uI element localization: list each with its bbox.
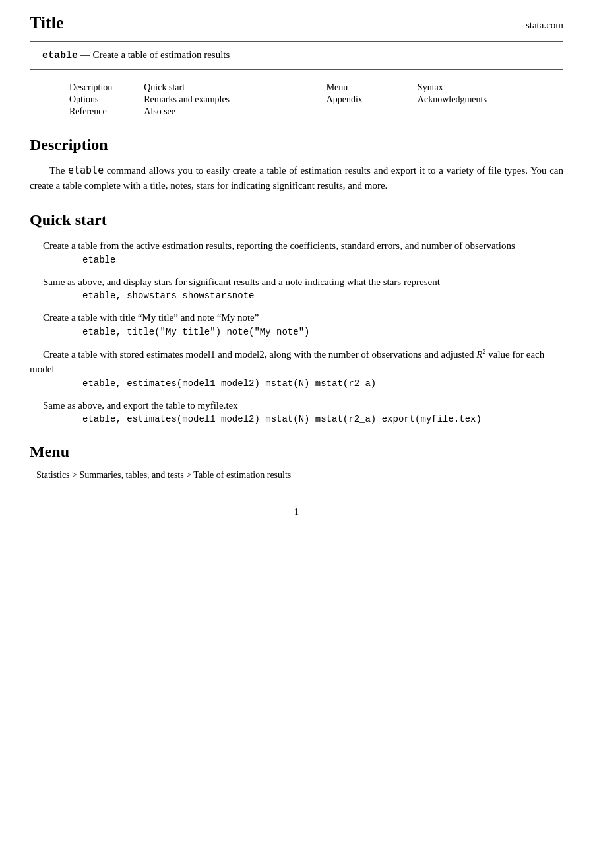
quickstart-section: Quick start Create a table from the acti… (30, 211, 563, 424)
nav-table: Description Quick start Menu Syntax Opti… (30, 82, 563, 117)
title-description: Create a table of estimation results (93, 50, 230, 60)
nav-remarks[interactable]: Remarks and examples (144, 94, 230, 104)
menu-heading: Menu (30, 443, 563, 461)
description-body: The etable command allows you to easily … (30, 163, 563, 193)
quickstart-item-4-code: etable, estimates(model1 model2) mstat(N… (30, 378, 563, 389)
quickstart-item-3-text: Create a table with title “My title” and… (30, 312, 259, 323)
nav-alsosee[interactable]: Also see (144, 106, 175, 116)
nav-menu[interactable]: Menu (327, 83, 348, 92)
quickstart-item-4: Create a table with stored estimates mod… (30, 347, 563, 389)
nav-quickstart[interactable]: Quick start (144, 83, 185, 92)
stata-logo: stata.com (526, 20, 563, 31)
nav-reference[interactable]: Reference (69, 106, 107, 116)
nav-appendix[interactable]: Appendix (327, 94, 363, 104)
quickstart-item-2-text: Same as above, and display stars for sig… (30, 277, 440, 287)
menu-section: Menu Statistics > Summaries, tables, and… (30, 443, 563, 481)
quickstart-item-3: Create a table with title “My title” and… (30, 310, 563, 337)
quickstart-item-2: Same as above, and display stars for sig… (30, 275, 563, 302)
quickstart-item-4-text: Create a table with stored estimates mod… (30, 349, 544, 375)
command-name: etable (42, 50, 78, 61)
quickstart-item-5: Same as above, and export the table to m… (30, 398, 563, 425)
page-footer: 1 (30, 507, 563, 517)
quickstart-item-5-text: Same as above, and export the table to m… (30, 400, 238, 411)
quickstart-item-5-code: etable, estimates(model1 model2) mstat(N… (30, 414, 563, 424)
nav-acknowledgments[interactable]: Acknowledgments (418, 94, 487, 104)
page-number: 1 (294, 507, 299, 517)
page-title: Title (30, 13, 64, 33)
title-box: etable — Create a table of estimation re… (30, 41, 563, 70)
quickstart-item-1-code: etable (30, 255, 563, 265)
quickstart-item-1: Create a table from the active estimatio… (30, 238, 563, 265)
nav-description[interactable]: Description (69, 83, 112, 92)
nav-options[interactable]: Options (69, 94, 98, 104)
description-heading: Description (30, 136, 563, 154)
quickstart-item-3-code: etable, title("My title") note("My note"… (30, 327, 563, 337)
menu-path: Statistics > Summaries, tables, and test… (30, 470, 563, 481)
page-header: Title stata.com (30, 13, 563, 33)
description-section: Description The etable command allows yo… (30, 136, 563, 193)
quickstart-item-1-text: Create a table from the active estimatio… (30, 240, 515, 251)
quickstart-item-2-code: etable, showstars showstarsnote (30, 290, 563, 301)
quickstart-heading: Quick start (30, 211, 563, 229)
title-separator: — (80, 50, 93, 60)
nav-syntax[interactable]: Syntax (418, 83, 443, 92)
